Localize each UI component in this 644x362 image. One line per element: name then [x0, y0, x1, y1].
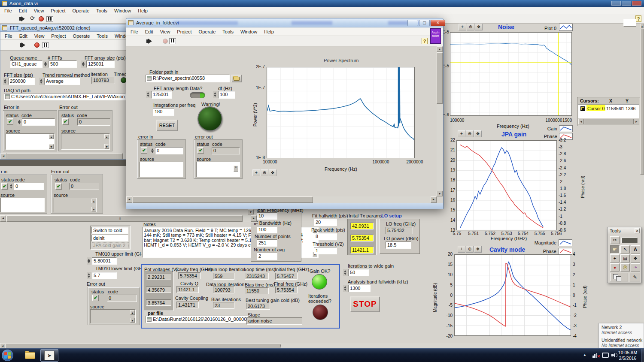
- npts-field[interactable]: 251: [257, 239, 277, 247]
- scroll-up-icon[interactable]: ▲: [91, 199, 96, 203]
- error-source-field[interactable]: [6, 133, 55, 150]
- abort-button-icon[interactable]: [163, 39, 168, 44]
- menu-edit[interactable]: Edit: [19, 33, 27, 39]
- menu-tools[interactable]: Tools: [97, 33, 108, 39]
- scroll-down-icon[interactable]: ▼: [104, 144, 109, 149]
- cavity-legend-phase-icon[interactable]: [559, 248, 572, 255]
- tm010-lower-spinner[interactable]: [87, 272, 91, 279]
- tray-display-icon[interactable]: [602, 353, 609, 358]
- tool-set-color[interactable]: [610, 273, 628, 281]
- num-ffts-spinner[interactable]: [43, 60, 48, 68]
- taskbar-clock[interactable]: 10:05 AM 2/5/2016: [617, 350, 639, 361]
- scroll-up-icon[interactable]: ▲: [130, 310, 135, 315]
- tool-auto-select[interactable]: ✂: [610, 236, 620, 244]
- code-spinner[interactable]: [17, 118, 22, 126]
- noise-plot[interactable]: [450, 32, 572, 116]
- pause-button-icon[interactable]: [169, 38, 176, 44]
- menu-project[interactable]: Project: [51, 33, 66, 39]
- menu-window[interactable]: Window: [114, 8, 131, 13]
- cursor-row-name[interactable]: Cursor 0: [586, 105, 605, 111]
- tx-param-3[interactable]: 11421.1: [350, 247, 374, 253]
- avg-close-button[interactable]: ✕: [431, 20, 445, 26]
- run-button-icon[interactable]: [20, 42, 25, 48]
- tool-wire[interactable]: ✦: [610, 254, 620, 262]
- tool-menu[interactable]: ▤: [620, 254, 630, 262]
- scroll-lines-icon[interactable]: ≡: [234, 166, 238, 172]
- scroll-down-icon[interactable]: ▼: [130, 318, 135, 323]
- menu-edit[interactable]: Edit: [19, 8, 27, 13]
- tool-auto-bar[interactable]: [621, 238, 638, 243]
- axion-window-buttons[interactable]: [611, 1, 641, 6]
- jpa-legend-gain-icon[interactable]: [559, 125, 573, 132]
- band-fullwidth-spinner[interactable]: [343, 285, 348, 292]
- stop-button[interactable]: STOP: [350, 296, 380, 312]
- tm010-upper-field[interactable]: 5.80001: [92, 257, 117, 265]
- menu-edit[interactable]: Edit: [145, 29, 153, 34]
- taskbar-labview-button[interactable]: ➤: [40, 349, 58, 362]
- axion-titlebar[interactable]: [0, 0, 644, 7]
- fit-half-field[interactable]: 20: [314, 219, 337, 226]
- tm010-lower-field[interactable]: 5.7: [92, 272, 117, 279]
- span-freq-field[interactable]: 10: [257, 212, 277, 220]
- menu-help[interactable]: Help: [264, 29, 274, 34]
- scroll-up-icon[interactable]: ▲: [104, 134, 109, 139]
- menu-view[interactable]: View: [160, 29, 170, 34]
- abort-button-icon[interactable]: [39, 16, 44, 21]
- menu-file[interactable]: File: [5, 33, 12, 39]
- tray-network-icon[interactable]: ✕: [592, 352, 599, 359]
- menu-view[interactable]: View: [34, 8, 44, 13]
- code-spinner[interactable]: [150, 147, 155, 154]
- menu-project[interactable]: Project: [51, 8, 65, 13]
- menu-operate[interactable]: Operate: [73, 8, 90, 13]
- data-switch[interactable]: [190, 92, 205, 98]
- tool-scroll-hand[interactable]: ✥: [631, 254, 640, 262]
- cavity-graph-palette[interactable]: +⊕❖: [458, 246, 482, 253]
- band-fullwidth-field[interactable]: 1300: [348, 285, 371, 292]
- folder-path-field[interactable]: R:\Power_spectra\00558: [146, 75, 230, 82]
- reset-button[interactable]: RESET: [156, 120, 178, 131]
- axion-help-icon[interactable]: ?: [635, 15, 641, 22]
- fft-array-length-spinner[interactable]: [146, 91, 151, 98]
- navg-field[interactable]: 2: [257, 253, 277, 260]
- cavity-legend-mag-icon[interactable]: [559, 239, 572, 246]
- tool-color-copy[interactable]: ✑: [631, 263, 640, 272]
- tx-param-2[interactable]: 5.75354: [350, 235, 374, 241]
- peak-width-field[interactable]: 8: [314, 233, 337, 240]
- menu-file[interactable]: File: [131, 29, 138, 34]
- df-field[interactable]: 100: [218, 91, 235, 99]
- pause-button-icon[interactable]: [46, 16, 53, 22]
- tx-param-1[interactable]: 42.0931: [350, 223, 374, 229]
- menu-tools[interactable]: Tools: [96, 8, 107, 13]
- show-desktop-button[interactable]: [641, 349, 644, 362]
- run-button-icon[interactable]: [19, 16, 25, 21]
- parfile-field[interactable]: E:\Data\Runs\20160126\20160126_0_00000.p…: [146, 316, 248, 323]
- iters-wide-field[interactable]: 50: [348, 269, 369, 276]
- noise-graph-palette[interactable]: +⊕❖: [459, 24, 483, 30]
- tool-edit-text[interactable]: A: [631, 245, 640, 253]
- if-bw-field[interactable]: 100: [257, 226, 277, 233]
- clone2-hscrollbar[interactable]: ◄ ⦀ ►: [0, 215, 257, 222]
- scroll-down-icon[interactable]: ▼: [91, 207, 96, 211]
- menu-operate[interactable]: Operate: [199, 29, 216, 34]
- error-code-field[interactable]: 0: [14, 183, 44, 190]
- error-source-field[interactable]: [140, 162, 183, 177]
- abort-button-icon[interactable]: [34, 42, 39, 48]
- error-code-field[interactable]: 0: [22, 118, 55, 126]
- tools-close-icon[interactable]: ✕: [635, 228, 640, 233]
- num-ffts-field[interactable]: 500: [49, 60, 77, 68]
- tool-breakpoint[interactable]: ●: [610, 263, 620, 272]
- threshold-field[interactable]: 1: [314, 247, 337, 254]
- noise-legend-icon[interactable]: [559, 24, 573, 31]
- menu-help[interactable]: Help: [138, 8, 148, 13]
- fft-size-spinner[interactable]: [3, 78, 8, 85]
- queue-name-field[interactable]: CH1_queue: [10, 60, 43, 68]
- df-spinner[interactable]: [213, 91, 218, 98]
- run-continuous-icon[interactable]: ⟳: [30, 15, 35, 21]
- avg-vi-badge[interactable]: Avg in folder: [430, 28, 441, 44]
- menu-file[interactable]: File: [4, 8, 12, 13]
- list-item[interactable]: Switch to cold: [91, 227, 128, 234]
- integrations-field[interactable]: 180: [153, 108, 174, 116]
- scroll-up-icon[interactable]: ▲: [49, 134, 54, 139]
- cursors-scroll-right[interactable]: ►: [634, 119, 639, 124]
- daq-path-field[interactable]: C:\Users\Yulia\Documents\ADMX-HF_LabVIEW…: [4, 93, 126, 100]
